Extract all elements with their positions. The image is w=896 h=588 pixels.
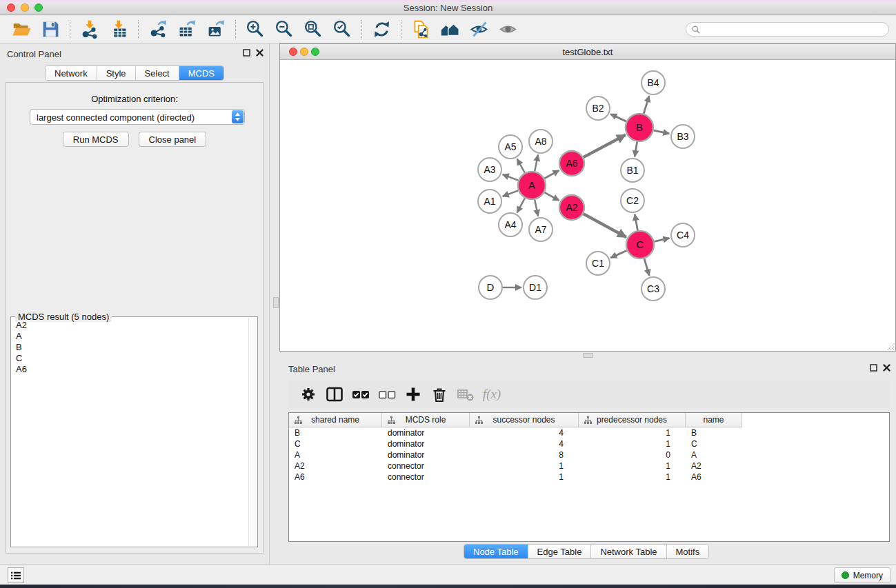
graph-node-B3[interactable]: B3 (671, 125, 695, 148)
cell-shared-name[interactable]: A2 (289, 460, 382, 472)
graph-node-B[interactable]: B (626, 114, 653, 141)
graph-edge-A-A7[interactable] (535, 200, 538, 216)
vertical-divider-grip[interactable] (273, 297, 279, 308)
save-session-button[interactable] (36, 19, 65, 41)
table-row[interactable]: A2connector11A2 (289, 460, 889, 472)
search-input[interactable] (704, 24, 883, 35)
graph-node-A5[interactable]: A5 (499, 135, 522, 159)
graph-node-A[interactable]: A (518, 172, 546, 199)
column-header-predecessor-nodes[interactable]: predecessor nodes (579, 413, 686, 427)
graph-edge-C-C2[interactable] (635, 214, 637, 231)
tab-network-table[interactable]: Network Table (591, 545, 666, 558)
graph-node-A1[interactable]: A1 (478, 190, 501, 213)
tab-select[interactable]: Select (136, 66, 179, 80)
cell-MCDS-role[interactable]: connector (382, 460, 470, 472)
delete-column-button[interactable] (426, 383, 452, 405)
zoom-selected-button[interactable] (328, 19, 357, 41)
cell-name[interactable]: A6 (686, 472, 742, 483)
tab-node-table[interactable]: Node Table (464, 545, 528, 558)
graph-node-A8[interactable]: A8 (529, 130, 552, 153)
graph-node-D[interactable]: D (479, 276, 502, 299)
float-panel-icon[interactable] (243, 49, 250, 57)
graph-node-C1[interactable]: C1 (586, 252, 610, 275)
graph-edge-C-C3[interactable] (644, 258, 649, 276)
graph-edge-A2-C[interactable] (584, 214, 626, 237)
cell-predecessor-nodes[interactable]: 1 (579, 460, 686, 472)
table-row[interactable]: Adominator80A (289, 449, 889, 460)
hide-selected-button[interactable] (464, 19, 493, 41)
tab-style[interactable]: Style (97, 66, 136, 80)
cell-shared-name[interactable]: C (289, 438, 382, 449)
column-header-successor-nodes[interactable]: successor nodes (470, 413, 579, 427)
show-all-button[interactable] (493, 19, 522, 41)
resize-grip-icon[interactable] (885, 341, 895, 350)
graph-node-C4[interactable]: C4 (671, 223, 695, 247)
export-table-button[interactable] (172, 19, 201, 41)
graph-edge-C-C4[interactable] (654, 238, 669, 241)
graph-edge-A6-B[interactable] (584, 135, 626, 157)
cell-shared-name[interactable]: A6 (289, 472, 382, 483)
cell-shared-name[interactable]: B (289, 427, 382, 438)
run-mcds-button[interactable]: Run MCDS (63, 132, 129, 147)
graph-node-A6[interactable]: A6 (559, 151, 584, 176)
cell-MCDS-role[interactable]: dominator (382, 438, 470, 449)
cell-MCDS-role[interactable]: connector (382, 472, 470, 483)
column-header-MCDS-role[interactable]: MCDS role (382, 413, 470, 427)
column-header-name[interactable]: name (686, 413, 742, 427)
tab-network[interactable]: Network (46, 66, 97, 80)
add-column-button[interactable] (400, 383, 426, 405)
import-network-button[interactable] (75, 19, 104, 41)
cell-successor-nodes[interactable]: 1 (470, 460, 579, 472)
search-box[interactable] (686, 22, 889, 37)
cell-predecessor-nodes[interactable]: 1 (579, 438, 686, 449)
close-panel-button[interactable]: Close panel (139, 132, 207, 147)
result-list-item[interactable]: A (12, 331, 248, 342)
result-list-item[interactable]: A6 (12, 364, 248, 375)
graph-edge-A-A8[interactable] (535, 155, 538, 172)
column-header-shared-name[interactable]: shared name (289, 413, 382, 427)
result-list-item[interactable]: B (12, 342, 248, 353)
graph-node-C[interactable]: C (626, 231, 654, 258)
zoom-fit-button[interactable] (299, 19, 328, 41)
graph-edge-C-C1[interactable] (610, 250, 627, 257)
cell-successor-nodes[interactable]: 4 (470, 427, 579, 438)
network-canvas[interactable]: ABCA2A6A1A3A4A5A7A8B1B2B3B4C1C2C3C4DD1 (280, 61, 895, 351)
mcds-result-list[interactable]: A2ABCA6 (12, 320, 248, 546)
export-network-button[interactable] (143, 19, 172, 41)
graph-edge-B-B3[interactable] (654, 130, 670, 134)
cell-name[interactable]: A (686, 449, 742, 460)
table-settings-gear-button[interactable] (295, 383, 321, 405)
cell-successor-nodes[interactable]: 8 (470, 449, 579, 460)
select-all-columns-button[interactable] (348, 383, 374, 405)
tab-edge-table[interactable]: Edge Table (528, 545, 592, 558)
graph-edge-A-A4[interactable] (517, 198, 525, 212)
graph-node-D1[interactable]: D1 (524, 276, 547, 299)
task-history-button[interactable] (8, 567, 24, 583)
first-neighbors-button[interactable] (435, 19, 464, 41)
cell-name[interactable]: A2 (686, 460, 742, 472)
memory-button[interactable]: Memory (834, 567, 890, 583)
tab-mcds[interactable]: MCDS (179, 66, 223, 80)
graph-edge-B-B2[interactable] (610, 114, 626, 121)
cell-successor-nodes[interactable]: 4 (470, 438, 579, 449)
close-table-panel-icon[interactable] (883, 364, 890, 372)
graph-node-B2[interactable]: B2 (586, 97, 610, 120)
float-table-panel-icon[interactable] (870, 364, 877, 372)
graph-node-C3[interactable]: C3 (641, 277, 665, 301)
network-graph[interactable]: ABCA2A6A1A3A4A5A7A8B1B2B3B4C1C2C3C4DD1 (280, 61, 895, 351)
export-image-button[interactable] (201, 19, 230, 41)
cell-name[interactable]: B (686, 427, 742, 438)
horizontal-divider-grip[interactable] (583, 353, 593, 358)
cell-MCDS-role[interactable]: dominator (382, 427, 470, 438)
criterion-select[interactable]: largest connected component (directed) (30, 109, 245, 125)
zoom-out-button[interactable] (270, 19, 299, 41)
split-panel-button[interactable] (321, 383, 348, 405)
table-row[interactable]: A6connector11A6 (289, 472, 889, 483)
import-table-button[interactable] (104, 19, 133, 41)
close-panel-icon[interactable] (256, 49, 263, 57)
open-session-button[interactable] (7, 19, 36, 41)
graph-edge-A-A6[interactable] (544, 170, 559, 179)
deselect-all-columns-button[interactable] (374, 383, 400, 405)
cell-name[interactable]: C (686, 438, 742, 449)
result-scrollbar[interactable] (248, 318, 257, 546)
